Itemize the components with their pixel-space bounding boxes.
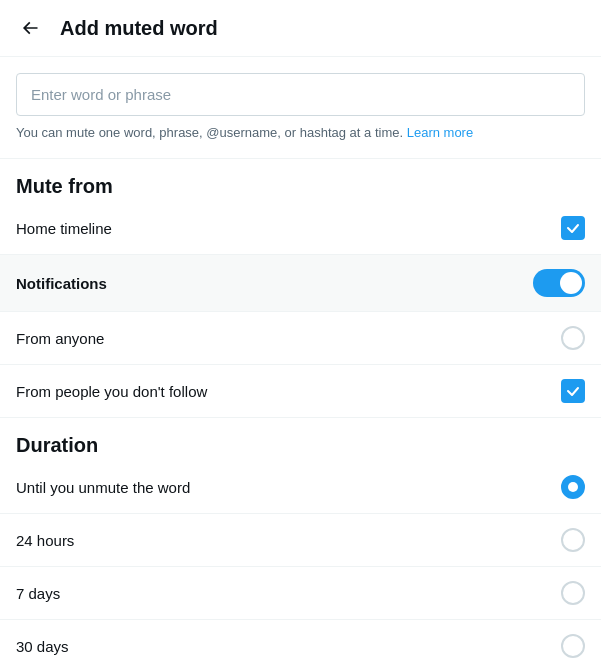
from-people-you-dont-follow-row: From people you don't follow xyxy=(0,365,601,418)
page: Add muted word You can mute one word, ph… xyxy=(0,0,601,667)
from-people-label: From people you don't follow xyxy=(16,383,207,400)
from-people-checkbox[interactable] xyxy=(561,379,585,403)
notifications-row: Notifications xyxy=(0,255,601,312)
duration-option-row-2: 7 days xyxy=(0,567,601,620)
duration-section: Duration xyxy=(0,418,601,457)
notifications-toggle[interactable] xyxy=(533,269,585,297)
mute-from-section: Mute from xyxy=(0,159,601,198)
from-anyone-radio[interactable] xyxy=(561,326,585,350)
duration-radio-0[interactable] xyxy=(561,475,585,499)
home-timeline-checkbox[interactable] xyxy=(561,216,585,240)
check-icon-2 xyxy=(566,384,580,398)
duration-rows: Until you unmute the word24 hours7 days3… xyxy=(0,461,601,667)
duration-radio-2[interactable] xyxy=(561,581,585,605)
duration-option-label-2: 7 days xyxy=(16,585,60,602)
duration-option-label-1: 24 hours xyxy=(16,532,74,549)
back-icon xyxy=(20,18,40,38)
mute-from-title: Mute from xyxy=(16,175,585,198)
duration-option-label-0: Until you unmute the word xyxy=(16,479,190,496)
from-anyone-label: From anyone xyxy=(16,330,104,347)
back-button[interactable] xyxy=(16,14,44,42)
header: Add muted word xyxy=(0,0,601,57)
page-title: Add muted word xyxy=(60,17,218,40)
duration-option-row-3: 30 days xyxy=(0,620,601,667)
radio-inner-0 xyxy=(568,482,578,492)
check-icon xyxy=(566,221,580,235)
input-section: You can mute one word, phrase, @username… xyxy=(0,57,601,159)
notifications-label: Notifications xyxy=(16,275,107,292)
duration-title: Duration xyxy=(16,434,585,457)
duration-option-row-1: 24 hours xyxy=(0,514,601,567)
duration-option-row-0: Until you unmute the word xyxy=(0,461,601,514)
duration-radio-3[interactable] xyxy=(561,634,585,658)
from-anyone-row: From anyone xyxy=(0,312,601,365)
duration-option-label-3: 30 days xyxy=(16,638,69,655)
toggle-knob xyxy=(560,272,582,294)
word-input[interactable] xyxy=(16,73,585,116)
home-timeline-label: Home timeline xyxy=(16,220,112,237)
duration-radio-1[interactable] xyxy=(561,528,585,552)
learn-more-link[interactable]: Learn more xyxy=(407,125,473,140)
home-timeline-row: Home timeline xyxy=(0,202,601,255)
input-hint: You can mute one word, phrase, @username… xyxy=(16,124,585,142)
